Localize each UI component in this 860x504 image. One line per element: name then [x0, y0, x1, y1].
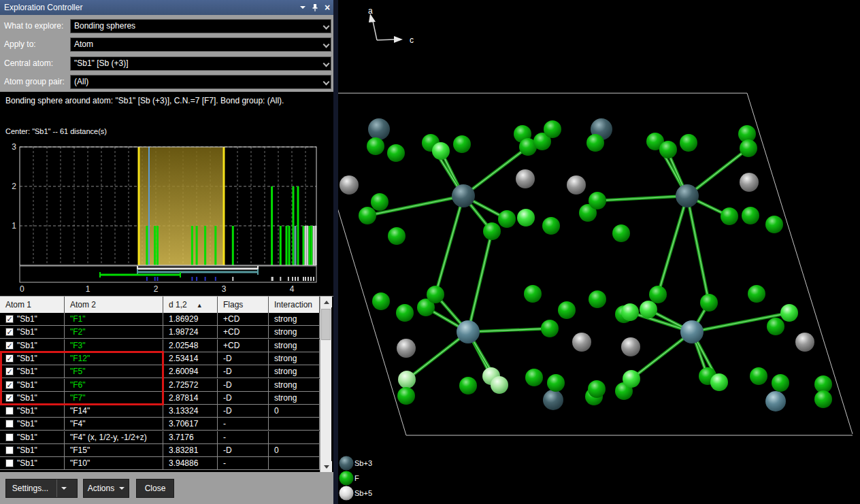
panel-divider[interactable] [333, 0, 338, 504]
close-button[interactable]: Close [136, 479, 174, 498]
pin-icon[interactable] [309, 2, 321, 13]
f-atom[interactable] [547, 374, 565, 392]
row-checkbox[interactable] [5, 420, 14, 428]
sb5-atom[interactable] [397, 339, 416, 358]
f-atom[interactable] [710, 373, 728, 391]
table-row[interactable]: "Sb1""F15"3.83281-D0 [0, 444, 320, 457]
row-checkbox[interactable] [5, 433, 14, 441]
table-row[interactable]: ✓"Sb1""F3"2.02548+CDstrong [0, 339, 320, 352]
f-atom[interactable] [387, 144, 405, 162]
cell-atom1[interactable]: ✓"Sb1" [0, 365, 65, 377]
dropdown-1[interactable]: Atom [70, 37, 331, 52]
f-atom[interactable] [372, 292, 390, 310]
settings-button[interactable]: Settings... [5, 479, 78, 498]
row-checkbox[interactable] [5, 446, 14, 454]
f-atom[interactable] [659, 141, 677, 158]
f-atom[interactable] [750, 367, 767, 385]
sb1-central-atom[interactable] [452, 184, 475, 207]
actions-button[interactable]: Actions [83, 479, 129, 498]
f-atom[interactable] [814, 390, 832, 408]
f-atom[interactable] [765, 216, 783, 233]
table-row[interactable]: ✓"Sb1""F6"2.72572-Dstrong [0, 379, 320, 392]
cell-atom1[interactable]: ✓"Sb1" [0, 326, 65, 338]
table-row[interactable]: ✓"Sb1""F5"2.60094-Dstrong [0, 365, 320, 378]
f-atom[interactable] [483, 222, 501, 240]
f-atom[interactable] [517, 209, 535, 226]
f-atom[interactable] [586, 134, 604, 152]
f-atom[interactable] [524, 285, 542, 303]
sb5-atom[interactable] [567, 175, 586, 195]
window-menu-caret-icon[interactable] [297, 2, 309, 13]
f-atom[interactable] [396, 304, 414, 322]
f-atom[interactable] [367, 137, 384, 155]
f-atom[interactable] [397, 387, 415, 405]
cell-atom1[interactable]: "Sb1" [0, 418, 65, 430]
table-row[interactable]: ✓"Sb1""F7"2.87814-Dstrong [0, 392, 320, 405]
sb5-atom[interactable] [340, 175, 359, 195]
f-atom[interactable] [721, 207, 738, 225]
scroll-up-button[interactable] [320, 297, 332, 307]
f-atom[interactable] [680, 134, 697, 152]
f-atom[interactable] [544, 120, 561, 138]
fluorine-atoms[interactable] [359, 120, 832, 408]
cell-atom1[interactable]: ✓"Sb1" [0, 339, 65, 352]
f-atom[interactable] [432, 142, 450, 160]
sb5-atom[interactable] [795, 333, 814, 352]
f-atom[interactable] [459, 377, 477, 394]
row-checkbox[interactable]: ✓ [5, 367, 14, 375]
f-atom[interactable] [359, 207, 376, 224]
column-header-0[interactable]: Atom 1 [0, 297, 65, 313]
sb5-atom[interactable] [740, 173, 759, 192]
crystal-structure-canvas[interactable]: ac Sb+3FSb+5 [338, 0, 860, 504]
f-atom[interactable] [623, 370, 640, 388]
dropdown-3[interactable]: (All) [70, 75, 331, 89]
f-atom[interactable] [427, 286, 444, 303]
table-row[interactable]: ✓"Sb1""F2"1.98724+CDstrong [0, 326, 320, 339]
f-atom[interactable] [649, 286, 667, 303]
column-header-3[interactable]: Flags [218, 297, 269, 313]
sb5-atom[interactable] [516, 169, 535, 188]
sb5-atom[interactable] [572, 333, 591, 352]
table-row[interactable]: ✓"Sb1""F12"2.53414-Dstrong [0, 352, 320, 365]
f-atom[interactable] [612, 224, 630, 242]
scroll-down-button[interactable] [320, 461, 332, 472]
structure-viewport[interactable]: ac Sb+3FSb+5 [338, 0, 860, 504]
f-atom[interactable] [767, 318, 784, 335]
sb5-atom[interactable] [621, 337, 640, 356]
row-checkbox[interactable] [5, 407, 14, 415]
f-atom[interactable] [742, 207, 759, 224]
f-atom[interactable] [371, 193, 388, 211]
table-row[interactable]: ✓"Sb1""F1"1.86929+CDstrong [0, 313, 320, 326]
f-atom[interactable] [640, 301, 657, 318]
chevron-down-icon[interactable] [323, 61, 330, 67]
cell-atom1[interactable]: "Sb1" [0, 431, 65, 443]
sb3-atom[interactable] [543, 390, 563, 410]
f-atom[interactable] [621, 303, 639, 321]
f-atom[interactable] [388, 227, 406, 245]
table-row[interactable]: "Sb1""F14"3.13324-D0 [0, 405, 320, 418]
f-atom[interactable] [398, 371, 416, 388]
f-atom[interactable] [740, 139, 757, 157]
back-atoms[interactable] [340, 118, 814, 411]
sb3-atom[interactable] [368, 118, 390, 140]
row-checkbox[interactable]: ✓ [5, 341, 14, 350]
f-atom[interactable] [558, 301, 576, 319]
sb1-central-atom[interactable] [676, 184, 699, 207]
column-header-1[interactable]: Atom 2 [65, 297, 163, 313]
row-checkbox[interactable]: ✓ [5, 315, 14, 323]
f-atom[interactable] [748, 285, 765, 303]
dropdown-2[interactable]: "Sb1" [Sb (+3)] [70, 56, 331, 71]
distance-histogram[interactable]: 32101234 [0, 139, 333, 296]
cell-atom1[interactable]: "Sb1" [0, 457, 65, 469]
sb1-central-atom[interactable] [680, 320, 704, 343]
cell-atom1[interactable]: "Sb1" [0, 405, 65, 417]
f-atom[interactable] [542, 217, 560, 235]
chevron-down-icon[interactable] [323, 79, 330, 86]
table-row[interactable]: "Sb1""F4" (x, 1/2-y, -1/2+z)3.7176- [0, 431, 320, 444]
sb1-central-atom[interactable] [457, 320, 480, 343]
f-atom[interactable] [700, 294, 718, 312]
row-checkbox[interactable]: ✓ [5, 394, 14, 402]
f-atom[interactable] [491, 376, 508, 394]
column-header-4[interactable]: Interaction [269, 297, 320, 313]
row-checkbox[interactable]: ✓ [5, 328, 14, 336]
